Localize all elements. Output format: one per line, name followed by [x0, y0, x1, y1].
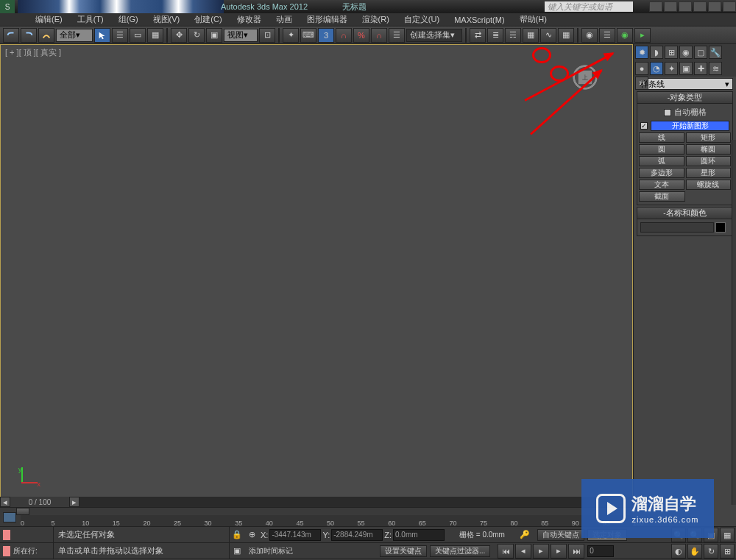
- autokey-button[interactable]: 自动关键点: [537, 529, 584, 541]
- circle-button[interactable]: 圆: [639, 144, 684, 155]
- pan-button[interactable]: ✋: [687, 544, 702, 559]
- zoom-extents-all-button[interactable]: ▦: [720, 528, 735, 542]
- y-coord-input[interactable]: -2884.249m: [331, 529, 383, 541]
- selection-filter-dropdown[interactable]: 全部▾: [56, 29, 93, 42]
- viewport-top[interactable]: [ + ][ 顶 ][ 真实 ] 上 yx: [0, 44, 633, 505]
- z-coord-input[interactable]: 0.0mm: [393, 529, 445, 541]
- render-frame-button[interactable]: ◉: [617, 28, 633, 43]
- scroll-right-button[interactable]: ▸: [69, 497, 79, 507]
- select-object-button[interactable]: [94, 28, 110, 43]
- menu-views[interactable]: 视图(V): [147, 13, 186, 26]
- x-coord-input[interactable]: -3447.143m: [269, 529, 321, 541]
- display-tab[interactable]: ▢: [694, 46, 707, 59]
- startnew-checkbox[interactable]: [640, 122, 648, 130]
- orbit-button[interactable]: ↻: [704, 544, 718, 559]
- select-region-button[interactable]: ▭: [130, 28, 146, 43]
- select-by-name-button[interactable]: ☰: [112, 28, 128, 43]
- help-search-input[interactable]: 键入关键字或短语: [545, 1, 633, 12]
- app-menu-icon[interactable]: S: [0, 0, 15, 13]
- keyfilter-button[interactable]: 关键点过滤器...: [430, 545, 490, 557]
- fov-button[interactable]: ◐: [671, 544, 686, 559]
- menu-modifiers[interactable]: 修改器: [231, 13, 267, 26]
- hierarchy-tab[interactable]: ⊞: [665, 46, 678, 59]
- undo-button[interactable]: [3, 28, 19, 43]
- geometry-subtab[interactable]: ●: [635, 62, 648, 75]
- prev-frame-button[interactable]: ◂: [515, 544, 531, 559]
- rollout-header-namecolor[interactable]: - 名称和颜色: [637, 208, 732, 219]
- goto-end-button[interactable]: ⏭: [568, 544, 584, 559]
- line-button[interactable]: 线: [639, 132, 684, 143]
- menu-group[interactable]: 组(G): [113, 13, 144, 26]
- graphite-button[interactable]: ▦: [523, 28, 539, 43]
- cameras-subtab[interactable]: ▣: [679, 62, 693, 75]
- goto-start-button[interactable]: ⏮: [498, 544, 514, 559]
- utilities-tab[interactable]: 🔧: [709, 46, 722, 59]
- object-color-swatch[interactable]: [715, 222, 726, 233]
- coords-mode-icon[interactable]: ⊕: [244, 528, 259, 542]
- menu-edit[interactable]: 编辑(E): [29, 13, 68, 26]
- helpers-subtab[interactable]: ✚: [694, 62, 707, 75]
- manipulate-button[interactable]: ✦: [283, 28, 299, 43]
- menu-customize[interactable]: 自定义(U): [398, 13, 445, 26]
- move-button[interactable]: ✥: [171, 28, 187, 43]
- scale-button[interactable]: ▣: [206, 28, 222, 43]
- redo-button[interactable]: [21, 28, 37, 43]
- ref-coord-dropdown[interactable]: 视图▾: [224, 29, 258, 42]
- object-name-input[interactable]: [640, 222, 714, 233]
- minimize-button[interactable]: [693, 1, 707, 12]
- infocenter-icon[interactable]: [649, 1, 662, 12]
- helix-button[interactable]: 螺旋线: [686, 180, 732, 190]
- menu-maxscript[interactable]: MAXScript(M): [448, 14, 510, 26]
- menu-tools[interactable]: 工具(T): [71, 13, 110, 26]
- menu-rendering[interactable]: 渲染(R): [356, 13, 395, 26]
- star-button[interactable]: 星形: [686, 168, 732, 178]
- link-button[interactable]: [38, 28, 54, 43]
- time-slider-handle[interactable]: [16, 508, 29, 515]
- percent-snap-button[interactable]: %: [353, 28, 369, 43]
- rotate-button[interactable]: ↻: [188, 28, 205, 43]
- close-button[interactable]: [723, 1, 736, 12]
- motion-tab[interactable]: ◉: [679, 46, 693, 59]
- snap-toggle-button[interactable]: 3: [318, 28, 334, 43]
- lock-icon[interactable]: 🔒: [230, 528, 244, 542]
- menu-help[interactable]: 帮助(H): [514, 13, 553, 26]
- render-setup-button[interactable]: ☰: [599, 28, 615, 43]
- shapes-subtab[interactable]: ◔: [650, 62, 663, 75]
- align-button[interactable]: ≣: [487, 28, 503, 43]
- setkey-button[interactable]: 设置关键点: [380, 545, 427, 557]
- keyboard-shortcut-button[interactable]: ⌨: [300, 28, 316, 43]
- ellipse-button[interactable]: 椭圆: [686, 144, 732, 155]
- scroll-left-button[interactable]: ◂: [0, 497, 10, 507]
- star-icon[interactable]: [664, 1, 677, 12]
- modify-tab[interactable]: ◗: [650, 46, 663, 59]
- angle-snap-button[interactable]: ∩: [336, 28, 352, 43]
- key-icon[interactable]: 🔑: [520, 530, 534, 539]
- edit-named-sel-button[interactable]: ☰: [389, 28, 405, 43]
- category-dropdown[interactable]: 样条线▾: [637, 78, 733, 90]
- text-button[interactable]: 文本: [639, 180, 684, 190]
- trackbar-icon[interactable]: [3, 512, 16, 522]
- render-button[interactable]: ▸: [634, 28, 651, 43]
- viewport-label[interactable]: [ + ][ 顶 ][ 真实 ]: [5, 47, 61, 58]
- window-crossing-button[interactable]: ▦: [147, 28, 163, 43]
- scroll-track[interactable]: [79, 497, 633, 507]
- rollout-header-objtype[interactable]: - 对象类型: [637, 92, 732, 104]
- material-editor-button[interactable]: ◉: [581, 28, 598, 43]
- schematic-button[interactable]: ▦: [558, 28, 574, 43]
- named-selection-dropdown[interactable]: 创建选择集▾: [406, 29, 462, 42]
- maximize-button[interactable]: [708, 1, 721, 12]
- autogrid-checkbox[interactable]: [664, 109, 671, 116]
- next-frame-button[interactable]: ▸: [551, 544, 567, 559]
- create-tab[interactable]: ✹: [635, 46, 648, 59]
- time-ruler[interactable]: 0510152025303540455055606570758085909510…: [21, 515, 633, 527]
- curve-editor-button[interactable]: ∿: [540, 28, 556, 43]
- rectangle-button[interactable]: 矩形: [686, 132, 732, 143]
- panel-scrollbar[interactable]: [732, 140, 736, 505]
- play-button[interactable]: ▸: [533, 544, 549, 559]
- timetag-label[interactable]: 添加时间标记: [244, 546, 377, 556]
- current-frame-input[interactable]: 0: [587, 545, 614, 557]
- menu-grapheditors[interactable]: 图形编辑器: [301, 13, 353, 26]
- layers-button[interactable]: ☴: [505, 28, 521, 43]
- menu-animation[interactable]: 动画: [270, 13, 298, 26]
- spacewarps-subtab[interactable]: ≋: [709, 62, 722, 75]
